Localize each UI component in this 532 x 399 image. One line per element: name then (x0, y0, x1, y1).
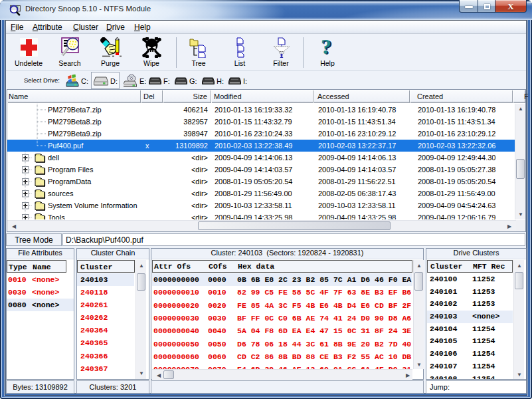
svg-text:?: ? (321, 37, 331, 58)
